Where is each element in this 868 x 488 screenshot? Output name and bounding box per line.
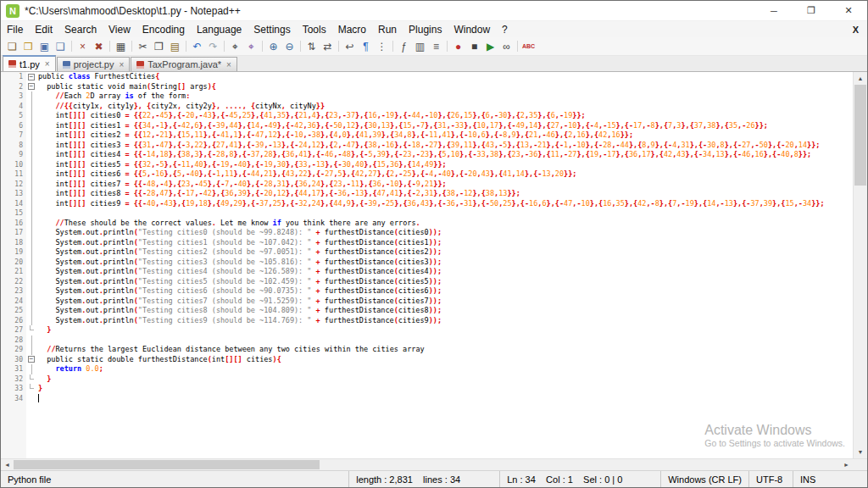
fold-vline[interactable] bbox=[26, 121, 36, 131]
editor-line[interactable]: 30− public static double furthestDistanc… bbox=[1, 355, 853, 365]
fold-vline[interactable] bbox=[26, 150, 36, 160]
editor-line[interactable]: 4 //{{city1x, city1y}, {city2x, city2y},… bbox=[1, 102, 853, 112]
code-line[interactable]: int[][] cities4 = {{-14,18},{38,3},{-28,… bbox=[36, 150, 853, 160]
line-number[interactable]: 29 bbox=[1, 345, 26, 355]
editor-line[interactable]: 6 int[][] cities1 = {{34,-1},{-42,6},{-3… bbox=[1, 121, 853, 131]
fold-vline[interactable] bbox=[26, 141, 36, 151]
replace-icon[interactable]: ⌖ bbox=[243, 39, 259, 54]
code-line[interactable]: System.out.println("Testing cities5 (sho… bbox=[36, 277, 853, 287]
editor-line[interactable]: 16 //These should be the correct values.… bbox=[1, 219, 853, 229]
fold-vline[interactable] bbox=[26, 297, 36, 307]
line-number[interactable]: 15 bbox=[1, 208, 26, 219]
code-line[interactable]: System.out.println("Testing cities6 (sho… bbox=[36, 286, 853, 297]
horizontal-scroll-track[interactable] bbox=[14, 459, 840, 470]
line-number[interactable]: 22 bbox=[1, 277, 26, 287]
fold-collapse-icon[interactable]: − bbox=[26, 355, 36, 365]
code-line[interactable]: int[][] cities7 = {{-48,-4},{23,-45},{-7… bbox=[36, 180, 853, 190]
line-number[interactable]: 26 bbox=[1, 316, 26, 326]
editor-line[interactable]: 13 int[][] cities8 = {{-28,47},{-17,-42}… bbox=[1, 189, 853, 199]
editor-line[interactable]: 17 System.out.println("Testing cities0 (… bbox=[1, 228, 853, 238]
line-number[interactable]: 31 bbox=[1, 364, 26, 374]
editor-line[interactable]: 22 System.out.println("Testing cities5 (… bbox=[1, 277, 853, 287]
menu-item-window[interactable]: Window bbox=[448, 24, 496, 36]
fold-vline[interactable] bbox=[26, 286, 36, 297]
save-all-icon[interactable]: ❑ bbox=[53, 39, 69, 54]
menu-item-plugins[interactable]: Plugins bbox=[403, 24, 448, 36]
fold-vline[interactable] bbox=[26, 345, 36, 355]
tab-close-icon[interactable]: × bbox=[226, 60, 231, 69]
line-number[interactable]: 17 bbox=[1, 228, 26, 238]
undo-icon[interactable]: ↶ bbox=[189, 39, 205, 54]
horizontal-scrollbar[interactable]: ◄ ► bbox=[1, 458, 867, 470]
line-number[interactable]: 16 bbox=[1, 219, 26, 229]
fold-vline[interactable] bbox=[26, 130, 36, 141]
line-number[interactable]: 30 bbox=[1, 355, 26, 365]
editor-line[interactable]: 14 int[][] cities9 = {{-40,-43},{19,18},… bbox=[1, 199, 853, 209]
line-number[interactable]: 2 bbox=[1, 82, 26, 92]
line-number[interactable]: 27 bbox=[1, 325, 26, 336]
vertical-scroll-track[interactable] bbox=[854, 85, 867, 446]
tab-close-icon[interactable]: × bbox=[45, 59, 50, 69]
menu-item-help[interactable]: ? bbox=[496, 24, 514, 36]
code-line[interactable]: public static double furthestDistance(in… bbox=[36, 355, 853, 365]
record-macro-icon[interactable]: ● bbox=[450, 39, 466, 54]
editor-line[interactable]: 26 System.out.println("Testing cities9 (… bbox=[1, 316, 853, 326]
fold-vline[interactable] bbox=[26, 92, 36, 102]
line-number[interactable]: 12 bbox=[1, 180, 26, 190]
find-icon[interactable]: ⌖ bbox=[227, 39, 243, 54]
menu-item-macro[interactable]: Macro bbox=[332, 24, 372, 36]
menu-item-encoding[interactable]: Encoding bbox=[136, 24, 191, 36]
code-line[interactable] bbox=[36, 394, 853, 404]
line-number[interactable]: 25 bbox=[1, 306, 26, 316]
menu-item-run[interactable]: Run bbox=[372, 24, 403, 36]
editor-line[interactable]: 33} bbox=[1, 384, 853, 394]
cut-icon[interactable]: ✂ bbox=[135, 39, 151, 54]
sync-horizontal-scroll-icon[interactable]: ⇄ bbox=[320, 39, 336, 54]
code-line[interactable] bbox=[36, 336, 853, 346]
editor-line[interactable]: 2− public static void main(String[] args… bbox=[1, 82, 853, 92]
editor-line[interactable]: 7 int[][] cities2 = {{12,-21},{15,11},{-… bbox=[1, 130, 853, 141]
line-number[interactable]: 9 bbox=[1, 150, 26, 160]
paste-icon[interactable]: ▤ bbox=[167, 39, 183, 54]
scroll-up-icon[interactable]: ▲ bbox=[854, 72, 867, 85]
code-line[interactable]: } bbox=[36, 325, 853, 336]
indent-guide-icon[interactable]: ⋮ bbox=[374, 39, 390, 54]
fold-vline[interactable] bbox=[26, 247, 36, 258]
line-number[interactable]: 28 bbox=[1, 336, 26, 346]
menu-item-language[interactable]: Language bbox=[191, 24, 248, 36]
menu-item-settings[interactable]: Settings bbox=[248, 24, 296, 36]
menu-item-search[interactable]: Search bbox=[58, 24, 103, 36]
line-number[interactable]: 32 bbox=[1, 374, 26, 385]
fold-vline[interactable] bbox=[26, 267, 36, 277]
code-line[interactable]: System.out.println("Testing cities7 (sho… bbox=[36, 297, 853, 307]
vertical-scroll-thumb[interactable] bbox=[854, 85, 866, 186]
code-line[interactable]: //These should be the correct values. Le… bbox=[36, 219, 853, 229]
document-map-icon[interactable]: ▥ bbox=[412, 39, 428, 54]
line-number[interactable]: 6 bbox=[1, 121, 26, 131]
line-number[interactable]: 5 bbox=[1, 111, 26, 121]
status-encoding[interactable]: UTF-8 bbox=[748, 471, 793, 487]
play-macro-icon[interactable]: ▶ bbox=[482, 39, 498, 54]
document-list-icon[interactable]: ≡ bbox=[428, 39, 444, 54]
code-line[interactable]: //Returns the largest Euclidean distance… bbox=[36, 345, 853, 355]
code-line[interactable]: //{{city1x, city1y}, {city2x, city2y}, .… bbox=[36, 102, 853, 112]
run-macro-multiple-icon[interactable]: ∞ bbox=[498, 39, 515, 54]
code-line[interactable]: public static void main(String[] args){ bbox=[36, 82, 853, 92]
fold-vline[interactable] bbox=[26, 277, 36, 287]
scroll-right-icon[interactable]: ► bbox=[840, 459, 853, 470]
editor-line[interactable]: 32 } bbox=[1, 374, 853, 385]
code-line[interactable]: int[][] cities9 = {{-40,-43},{19,18},{49… bbox=[36, 199, 853, 209]
code-line[interactable]: System.out.println("Testing cities4 (sho… bbox=[36, 267, 853, 277]
editor-line[interactable]: 28 bbox=[1, 336, 853, 346]
vertical-scrollbar[interactable]: ▲ ▼ bbox=[853, 72, 867, 458]
editor-line[interactable]: 5 int[][] cities0 = {{22,-45},{-20,-43},… bbox=[1, 111, 853, 121]
editor-line[interactable]: 21 System.out.println("Testing cities4 (… bbox=[1, 267, 853, 277]
show-all-chars-icon[interactable]: ¶ bbox=[358, 39, 374, 54]
tab-project-py[interactable]: project.py× bbox=[57, 57, 131, 71]
line-number[interactable]: 1 bbox=[1, 72, 26, 82]
code-line[interactable]: System.out.println("Testing cities0 (sho… bbox=[36, 228, 853, 238]
fold-vline[interactable] bbox=[26, 228, 36, 238]
code-line[interactable]: int[][] cities5 = {{32,-5},{-11,40},{-19… bbox=[36, 160, 853, 170]
fold-collapse-icon[interactable]: − bbox=[26, 82, 36, 92]
code-line[interactable]: int[][] cities1 = {{34,-1},{-42,6},{-39,… bbox=[36, 121, 853, 131]
